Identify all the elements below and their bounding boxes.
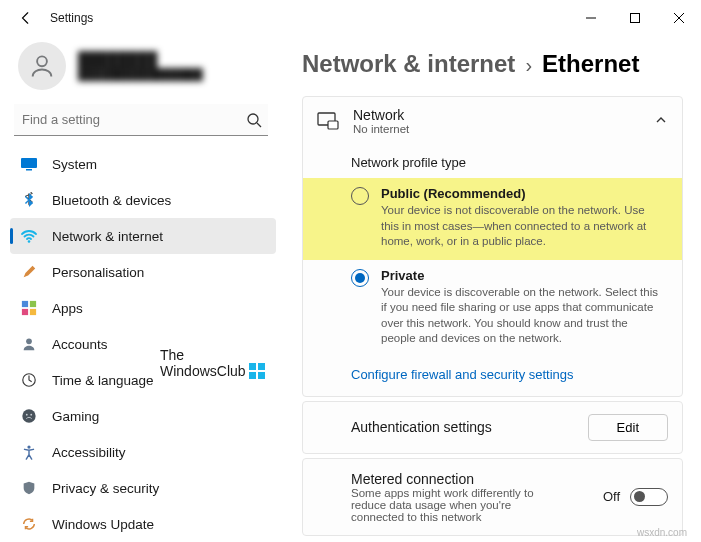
firewall-link[interactable]: Configure firewall and security settings — [351, 367, 574, 382]
svg-rect-3 — [21, 158, 37, 168]
svg-point-5 — [28, 240, 31, 243]
svg-rect-6 — [22, 301, 28, 307]
metered-toggle[interactable] — [630, 488, 668, 506]
option-public-title: Public (Recommended) — [381, 186, 658, 201]
footer-watermark: wsxdn.com — [637, 527, 687, 538]
minimize-button[interactable] — [569, 0, 613, 36]
metered-desc: Some apps might work differently to redu… — [351, 487, 551, 523]
svg-point-12 — [22, 409, 35, 422]
svg-point-1 — [37, 56, 47, 66]
sidebar-item-bluetooth[interactable]: Bluetooth & devices — [10, 182, 276, 218]
breadcrumb: Network & internet › Ethernet — [302, 50, 683, 78]
metered-card: Metered connection Some apps might work … — [302, 458, 683, 536]
svg-point-14 — [30, 414, 32, 416]
shield-icon — [20, 479, 38, 497]
network-sub: No internet — [353, 123, 409, 135]
nav-label: Apps — [52, 301, 83, 316]
nav-label: Privacy & security — [52, 481, 159, 496]
maximize-button[interactable] — [613, 0, 657, 36]
edit-button[interactable]: Edit — [588, 414, 668, 441]
main-content: Network & internet › Ethernet Network No… — [280, 36, 701, 542]
nav-label: Accessibility — [52, 445, 126, 460]
nav-label: Time & language — [52, 373, 154, 388]
sidebar-item-system[interactable]: System — [10, 146, 276, 182]
sidebar-item-personalisation[interactable]: Personalisation — [10, 254, 276, 290]
metered-card-header[interactable]: Metered connection Some apps might work … — [303, 459, 682, 535]
gaming-icon — [20, 407, 38, 425]
profile-block[interactable]: ████████ ████████████████ — [10, 36, 276, 104]
app-title: Settings — [50, 11, 93, 25]
nav-label: Personalisation — [52, 265, 144, 280]
svg-point-10 — [26, 338, 32, 344]
display-icon — [20, 155, 38, 173]
network-card: Network No internet Network profile type… — [302, 96, 683, 397]
breadcrumb-parent[interactable]: Network & internet — [302, 50, 515, 78]
nav-label: Bluetooth & devices — [52, 193, 171, 208]
option-private[interactable]: Private Your device is discoverable on t… — [303, 260, 682, 357]
update-icon — [20, 515, 38, 533]
sidebar-item-accessibility[interactable]: Accessibility — [10, 434, 276, 470]
sidebar-item-apps[interactable]: Apps — [10, 290, 276, 326]
nav-list: System Bluetooth & devices Network & int… — [10, 146, 276, 542]
clock-globe-icon — [20, 371, 38, 389]
page-title: Ethernet — [542, 50, 639, 78]
person-icon — [20, 335, 38, 353]
svg-point-13 — [26, 414, 28, 416]
svg-rect-8 — [22, 309, 28, 315]
sidebar: ████████ ████████████████ System Bluetoo… — [0, 36, 280, 542]
back-button[interactable] — [12, 4, 40, 32]
option-private-title: Private — [381, 268, 658, 283]
nav-label: Gaming — [52, 409, 99, 424]
auth-title: Authentication settings — [351, 419, 492, 435]
avatar — [18, 42, 66, 90]
sidebar-item-network[interactable]: Network & internet — [10, 218, 276, 254]
profile-type-heading: Network profile type — [303, 145, 682, 178]
svg-point-2 — [248, 114, 258, 124]
option-private-desc: Your device is discoverable on the netwo… — [381, 285, 658, 347]
monitor-icon — [317, 110, 339, 132]
metered-title: Metered connection — [351, 471, 551, 487]
sidebar-item-gaming[interactable]: Gaming — [10, 398, 276, 434]
svg-rect-4 — [26, 169, 32, 171]
metered-state: Off — [603, 489, 620, 504]
svg-rect-9 — [30, 309, 36, 315]
svg-rect-0 — [631, 14, 640, 23]
bluetooth-icon — [20, 191, 38, 209]
auth-card-header[interactable]: Authentication settings Edit — [303, 402, 682, 453]
titlebar: Settings — [0, 0, 701, 36]
search-input[interactable] — [22, 112, 246, 127]
svg-rect-7 — [30, 301, 36, 307]
sidebar-item-privacy[interactable]: Privacy & security — [10, 470, 276, 506]
option-public[interactable]: Public (Recommended) Your device is not … — [303, 178, 682, 260]
auth-card: Authentication settings Edit — [302, 401, 683, 454]
firewall-link-row: Configure firewall and security settings — [303, 357, 682, 396]
option-public-desc: Your device is not discoverable on the n… — [381, 203, 658, 250]
accessibility-icon — [20, 443, 38, 461]
sidebar-item-time[interactable]: Time & language — [10, 362, 276, 398]
profile-text: ████████ ████████████████ — [78, 51, 203, 81]
nav-label: Windows Update — [52, 517, 154, 532]
svg-point-15 — [27, 446, 30, 449]
nav-label: Accounts — [52, 337, 108, 352]
close-button[interactable] — [657, 0, 701, 36]
sidebar-item-update[interactable]: Windows Update — [10, 506, 276, 542]
nav-label: System — [52, 157, 97, 172]
svg-rect-17 — [328, 121, 338, 129]
apps-icon — [20, 299, 38, 317]
wifi-icon — [20, 227, 38, 245]
radio-public[interactable] — [351, 187, 369, 205]
nav-label: Network & internet — [52, 229, 163, 244]
search-box[interactable] — [14, 104, 268, 136]
brush-icon — [20, 263, 38, 281]
search-icon — [246, 112, 262, 128]
sidebar-item-accounts[interactable]: Accounts — [10, 326, 276, 362]
breadcrumb-sep: › — [525, 54, 532, 77]
network-card-header[interactable]: Network No internet — [303, 97, 682, 145]
chevron-up-icon — [654, 113, 668, 130]
radio-private[interactable] — [351, 269, 369, 287]
network-title: Network — [353, 107, 409, 123]
